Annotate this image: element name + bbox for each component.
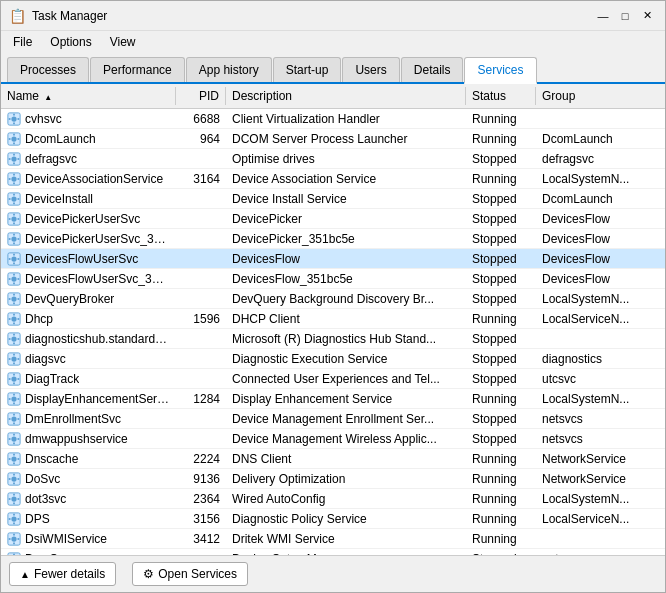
svg-point-67 <box>11 336 16 341</box>
svg-rect-56 <box>13 293 15 295</box>
svg-rect-80 <box>13 373 15 375</box>
close-button[interactable]: ✕ <box>637 7 657 25</box>
table-row[interactable]: DeviceInstallDevice Install ServiceStopp… <box>1 189 665 209</box>
table-row[interactable]: DcomLaunch964DCOM Server Process Launche… <box>1 129 665 149</box>
svg-rect-104 <box>13 453 15 455</box>
menu-options[interactable]: Options <box>42 33 99 51</box>
service-pid-cell: 2364 <box>176 491 226 507</box>
table-row[interactable]: DmEnrollmentSvcDevice Management Enrollm… <box>1 409 665 429</box>
service-pid-cell: 6688 <box>176 111 226 127</box>
table-row[interactable]: dmwappushserviceDevice Management Wirele… <box>1 429 665 449</box>
fewer-details-button[interactable]: ▲ Fewer details <box>9 562 116 586</box>
table-row[interactable]: DoSvc9136Delivery OptimizationRunningNet… <box>1 469 665 489</box>
svg-rect-70 <box>9 338 11 340</box>
svg-rect-2 <box>13 113 15 115</box>
service-desc-cell: DevicesFlow <box>226 251 466 267</box>
col-header-status[interactable]: Status <box>466 87 536 105</box>
service-icon <box>7 492 21 506</box>
table-row[interactable]: DevicesFlowUserSvc_351bc5eDevicesFlow_35… <box>1 269 665 289</box>
service-pid-cell: 3164 <box>176 171 226 187</box>
menu-bar: File Options View <box>1 31 665 53</box>
col-header-name[interactable]: Name ▲ <box>1 87 176 105</box>
open-services-button[interactable]: ⚙ Open Services <box>132 562 248 586</box>
col-header-desc[interactable]: Description <box>226 87 466 105</box>
tab-processes[interactable]: Processes <box>7 57 89 82</box>
svg-point-25 <box>11 196 16 201</box>
tab-startup[interactable]: Start-up <box>273 57 342 82</box>
svg-rect-92 <box>13 413 15 415</box>
service-group-cell: netsvcs <box>536 411 636 427</box>
service-desc-cell: Diagnostic Execution Service <box>226 351 466 367</box>
table-body[interactable]: cvhsvc6688Client Virtualization HandlerR… <box>1 109 665 555</box>
service-icon <box>7 112 21 126</box>
service-name-text: diagsvc <box>25 352 66 366</box>
table-row[interactable]: defragsvcOptimise drivesStoppeddefragsvc <box>1 149 665 169</box>
svg-rect-32 <box>13 213 15 215</box>
table-row[interactable]: DiagTrackConnected User Experiences and … <box>1 369 665 389</box>
svg-rect-117 <box>13 502 15 504</box>
service-status-cell: Running <box>466 131 536 147</box>
menu-view[interactable]: View <box>102 33 144 51</box>
service-pid-cell <box>176 258 226 260</box>
tab-details[interactable]: Details <box>401 57 464 82</box>
footer: ▲ Fewer details ⚙ Open Services <box>1 555 665 592</box>
service-name-text: DevicePickerUserSvc <box>25 212 140 226</box>
col-header-pid[interactable]: PID <box>176 87 226 105</box>
table-row[interactable]: DevicesFlowUserSvcDevicesFlowStoppedDevi… <box>1 249 665 269</box>
svg-point-13 <box>11 156 16 161</box>
svg-rect-75 <box>13 362 15 364</box>
service-icon <box>7 372 21 386</box>
tab-services[interactable]: Services <box>464 57 536 84</box>
table-row[interactable]: DisplayEnhancementService1284Display Enh… <box>1 389 665 409</box>
svg-rect-14 <box>13 153 15 155</box>
service-desc-cell: Device Management Enrollment Ser... <box>226 411 466 427</box>
service-name-cell: defragsvc <box>1 151 176 167</box>
app-icon: 📋 <box>9 8 26 24</box>
table-row[interactable]: DevicePickerUserSvcDevicePickerStoppedDe… <box>1 209 665 229</box>
service-name-cell: diagsvc <box>1 351 176 367</box>
svg-rect-111 <box>13 482 15 484</box>
service-name-cell: DPS <box>1 511 176 527</box>
table-row[interactable]: dot3svc2364Wired AutoConfigRunningLocalS… <box>1 489 665 509</box>
svg-rect-27 <box>13 202 15 204</box>
svg-rect-93 <box>13 422 15 424</box>
table-row[interactable]: DsiWMIService3412Dritek WMI ServiceRunni… <box>1 529 665 549</box>
table-row[interactable]: DevicePickerUserSvc_351bc...DevicePicker… <box>1 229 665 249</box>
service-icon <box>7 412 21 426</box>
tab-performance[interactable]: Performance <box>90 57 185 82</box>
service-group-cell: LocalServiceN... <box>536 511 636 527</box>
services-icon: ⚙ <box>143 567 154 581</box>
table-row[interactable]: diagsvcDiagnostic Execution ServiceStopp… <box>1 349 665 369</box>
table-row[interactable]: Dnscache2224DNS ClientRunningNetworkServ… <box>1 449 665 469</box>
svg-rect-131 <box>18 538 20 540</box>
service-icon <box>7 252 21 266</box>
table-row[interactable]: Dhcp1596DHCP ClientRunningLocalServiceN.… <box>1 309 665 329</box>
svg-rect-33 <box>13 222 15 224</box>
minimize-button[interactable]: — <box>593 7 613 25</box>
table-row[interactable]: diagnosticshub.standardco...Microsoft (R… <box>1 329 665 349</box>
service-status-cell: Running <box>466 491 536 507</box>
svg-rect-38 <box>13 233 15 235</box>
svg-rect-88 <box>9 398 11 400</box>
svg-point-79 <box>11 376 16 381</box>
table-row[interactable]: DeviceAssociationService3164Device Assoc… <box>1 169 665 189</box>
col-header-group[interactable]: Group <box>536 87 636 105</box>
table-row[interactable]: DPS3156Diagnostic Policy ServiceRunningL… <box>1 509 665 529</box>
title-bar-left: 📋 Task Manager <box>9 8 107 24</box>
svg-rect-51 <box>13 282 15 284</box>
table-row[interactable]: DevQueryBrokerDevQuery Background Discov… <box>1 289 665 309</box>
tab-users[interactable]: Users <box>342 57 399 82</box>
svg-point-85 <box>11 396 16 401</box>
service-name-text: DcomLaunch <box>25 132 96 146</box>
svg-rect-123 <box>13 522 15 524</box>
svg-rect-34 <box>9 218 11 220</box>
service-pid-cell <box>176 198 226 200</box>
tab-app-history[interactable]: App history <box>186 57 272 82</box>
service-name-text: DiagTrack <box>25 372 79 386</box>
services-table: Name ▲ PID Description Status Group cvhs… <box>1 84 665 555</box>
table-row[interactable]: cvhsvc6688Client Virtualization HandlerR… <box>1 109 665 129</box>
menu-file[interactable]: File <box>5 33 40 51</box>
service-icon <box>7 332 21 346</box>
maximize-button[interactable]: □ <box>615 7 635 25</box>
service-desc-cell: DevicePicker <box>226 211 466 227</box>
